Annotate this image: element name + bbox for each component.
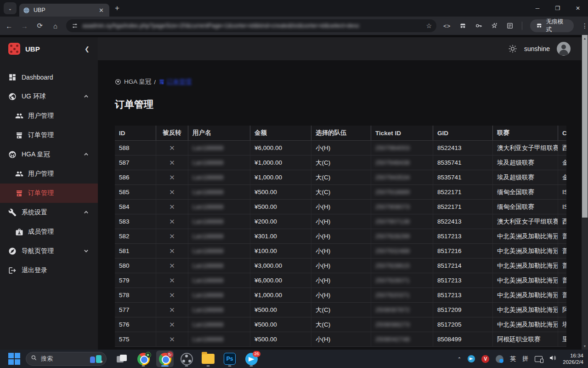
taskview-button[interactable] (113, 351, 130, 367)
browser-toolbar: ← → ⟳ ⌂ aaadmin.xy/hga/index.php?pageSiz… (0, 17, 588, 35)
sidebar-item-7-wrench[interactable]: 系统设置 (0, 203, 98, 222)
sidebar-item-0-dashboard[interactable]: Dashboard (0, 68, 98, 87)
taskbar-search[interactable]: 搜索 (26, 352, 107, 366)
breadcrumb-current-wrap: 订单管理 (158, 78, 192, 86)
cell-ticket: 2508042748 (371, 332, 433, 346)
cell-id: 579 (115, 273, 156, 288)
tab-close-icon[interactable]: ✕ (97, 7, 106, 14)
redacted-ticket: 2507907138 (375, 218, 410, 225)
sidebar-item-9-compass[interactable]: 导航页管理 (0, 242, 98, 261)
sidebar-item-6-store[interactable]: 订单管理 (0, 184, 98, 203)
devtools-icon[interactable]: <> (443, 22, 451, 30)
favorites-sparkle-icon[interactable] (490, 22, 498, 30)
scrollbar-thumb[interactable] (582, 42, 588, 218)
cell-team: 小(H) (311, 288, 371, 302)
clock-date: 2026/2/4 (563, 359, 583, 365)
table-row[interactable]: 579✕Lan188888¥6,000.00小(H)25079260718517… (115, 273, 566, 288)
cell-id: 587 (115, 155, 156, 170)
chrome-profile1-button[interactable]: ☻ (135, 351, 152, 367)
window-minimize-button[interactable]: ─ (527, 0, 548, 17)
browser-tab[interactable]: UBP ✕ (19, 4, 109, 17)
telegram-button[interactable]: 26 (243, 351, 260, 367)
scrollbar-up-icon[interactable]: ▲ (582, 35, 588, 42)
sidebar-item-label: 导航页管理 (22, 247, 84, 255)
cell-user: Lan188888 (188, 244, 250, 258)
search-icon (31, 355, 37, 363)
cell-team: 小(H) (311, 244, 371, 258)
chevron-down-icon (84, 247, 89, 255)
table-row[interactable]: 581✕Lan188888¥100.00小(H)2507932488851721… (115, 244, 566, 259)
theme-toggle-sun-icon[interactable] (508, 44, 517, 53)
table-row[interactable]: 576✕Lan188888¥500.00大(C)2508088273851720… (115, 317, 566, 332)
breadcrumb: HGA 皇冠 / 订单管理 (115, 78, 192, 86)
chrome-profile2-button[interactable]: ↻ (156, 351, 174, 367)
ime-language-indicator[interactable]: 英 (510, 355, 516, 363)
scrollbar-down-icon[interactable]: ▼ (582, 343, 588, 349)
address-bar[interactable]: aaadmin.xy/hga/index.php?pageSize=20&cur… (66, 19, 436, 32)
cell-league: 埃及超级联赛 (493, 170, 558, 184)
sidebar-item-10-logout[interactable]: 退出登录 (0, 261, 98, 280)
sidebar-item-4-soccer[interactable]: HGA 皇冠 (0, 145, 98, 164)
taskbar-clock[interactable]: 16:34 2026/2/4 (563, 352, 583, 365)
tray-overflow-icon[interactable]: ⌃ (458, 356, 461, 362)
table-row[interactable]: 582✕Lan188888¥301.00小(H)2507928299851721… (115, 229, 566, 244)
back-icon[interactable]: ← (3, 22, 16, 30)
cell-team: 大(C) (311, 317, 371, 332)
cast-screen-icon[interactable] (535, 356, 543, 362)
forward-icon[interactable]: → (18, 22, 31, 30)
table-row[interactable]: 584✕Lan188888¥500.00小(H)2507908073852217… (115, 200, 566, 214)
cell-amount: ¥500.00 (250, 303, 311, 317)
reading-list-icon[interactable] (506, 22, 514, 30)
bookmark-star-icon[interactable]: ☆ (426, 22, 432, 29)
table-row[interactable]: 587✕Lan188888¥1,000.00大(C)25079484388535… (115, 155, 566, 170)
reload-icon[interactable]: ⟳ (34, 22, 46, 30)
table-row[interactable]: 586✕Lan188888¥1,000.00大(C)25079435348535… (115, 170, 566, 185)
tray-cloud-icon[interactable] (496, 355, 503, 363)
breadcrumb-current-link[interactable]: 订单管理 (167, 78, 192, 86)
sidebar-collapse-icon[interactable]: ❮ (85, 46, 90, 52)
new-tab-button[interactable]: + (115, 4, 119, 13)
password-key-icon[interactable] (475, 22, 482, 30)
table-row[interactable]: 577✕Lan188888¥500.00大(C)2508087872851720… (115, 303, 566, 317)
sidebar-item-3-store[interactable]: 订单管理 (0, 126, 98, 145)
site-info-icon[interactable] (72, 23, 78, 29)
table-row[interactable]: 575✕Lan188888¥500.00小(H)2508042748850849… (115, 332, 566, 347)
ime-pinyin-indicator[interactable]: 拼 (522, 355, 528, 363)
sidebar-item-label: HGA 皇冠 (22, 150, 84, 159)
cell-extra: 金 (558, 155, 566, 170)
cell-team: 小(H) (311, 273, 371, 288)
table-row[interactable]: 578✕Lan188888¥1,000.00小(H)25079203718517… (115, 288, 566, 303)
window-maximize-button[interactable]: ❐ (548, 0, 568, 17)
table-row[interactable]: 585✕Lan188888¥500.00大(C)2507918889852217… (115, 185, 566, 200)
avatar[interactable] (557, 42, 571, 56)
cell-user: Lan188888 (188, 317, 250, 332)
page-scrollbar[interactable]: ▲ ▼ (582, 35, 588, 350)
sidebar-item-1-globe[interactable]: UG 环球 (0, 87, 98, 106)
cell-gid: 8522413 (433, 141, 493, 155)
tab-search-button[interactable]: ⌄ (4, 2, 17, 14)
breadcrumb-separator: / (154, 79, 156, 86)
sidebar-item-8-member[interactable]: 成员管理 (0, 222, 98, 242)
cell-reversed: ✕ (156, 200, 188, 214)
home-icon[interactable]: ⌂ (49, 22, 62, 30)
extension-incognito-icon[interactable] (458, 22, 466, 30)
cell-ticket: 2507948438 (371, 155, 433, 170)
sidebar-item-label: 用户管理 (28, 112, 89, 120)
tray-telegram-icon[interactable] (468, 355, 475, 362)
sidebar-item-5-users[interactable]: 用户管理 (0, 164, 98, 184)
photoshop-button[interactable]: Ps (221, 351, 238, 367)
file-explorer-button[interactable] (199, 351, 217, 367)
sidebar-item-2-users[interactable]: 用户管理 (0, 106, 98, 126)
table-row[interactable]: 580✕Lan188888¥3,000.00小(H)25079286158517… (115, 259, 566, 273)
table-row[interactable]: 583✕Lan188888¥200.00小(H)2507907138852241… (115, 214, 566, 229)
window-close-button[interactable]: ✕ (568, 0, 588, 17)
cell-team: 小(H) (311, 214, 371, 229)
browser-menu-icon[interactable]: ⋮ (582, 22, 588, 29)
obs-button[interactable] (178, 351, 195, 367)
table-row[interactable]: 588✕Lan188888¥6,000.00小(H)25079640038522… (115, 141, 566, 155)
tray-antivirus-icon[interactable]: V (481, 355, 489, 363)
start-button[interactable] (8, 353, 20, 365)
breadcrumb-parent[interactable]: HGA 皇冠 (124, 78, 151, 86)
cell-id: 588 (115, 141, 156, 155)
volume-icon[interactable] (549, 354, 556, 363)
